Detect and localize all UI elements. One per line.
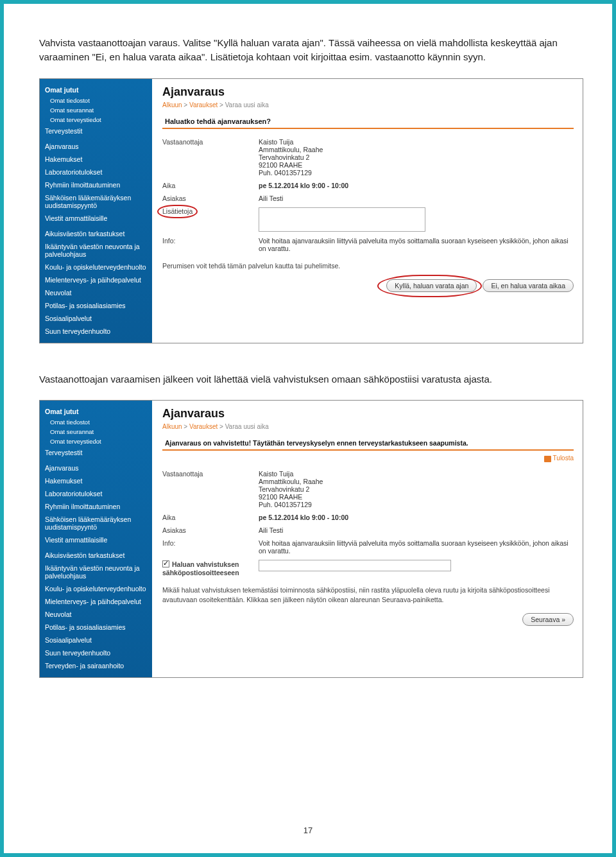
sidebar-item[interactable]: Koulu- ja opiskeluterveydenhuolto: [40, 261, 152, 273]
sidebar-item[interactable]: Potilas- ja sosiaaliasiamies: [40, 299, 152, 312]
screenshot-1: Omat jutut Omat tiedostot Omat seurannat…: [39, 78, 583, 343]
breadcrumb: Alkuun > Varaukset > Varaa uusi aika: [162, 101, 574, 108]
label-vastaanottaja: Vastaanottaja: [162, 467, 259, 511]
label-info: Info:: [162, 537, 259, 557]
value-aika: pe 5.12.2014 klo 9:00 - 10:00: [259, 511, 574, 524]
sidebar-sub[interactable]: Omat tiedostot: [40, 96, 152, 105]
sidebar-item[interactable]: Ikääntyvän väestön neuvonta ja palveluoh…: [40, 240, 152, 261]
sidebar-item[interactable]: Hakemukset: [40, 153, 152, 166]
cancel-note: Perumisen voit tehdä tämän palvelun kaut…: [162, 261, 574, 271]
page-title: Ajanvaraus: [162, 407, 574, 420]
label-asiakas: Asiakas: [162, 524, 259, 537]
sidebar-item[interactable]: Potilas- ja sosiaaliasiamies: [40, 621, 152, 634]
sidebar-item[interactable]: Laboratoriotulokset: [40, 487, 152, 500]
sidebar: Omat jutut Omat tiedostot Omat seurannat…: [40, 79, 152, 343]
form-table: Vastaanottaja Kaisto Tuija Ammattikoulu,…: [162, 135, 574, 255]
sidebar-item[interactable]: Sosiaalipalvelut: [40, 312, 152, 325]
sidebar-sub[interactable]: Omat tiedostot: [40, 417, 152, 427]
breadcrumb: Alkuun > Varaukset > Varaa uusi aika: [162, 423, 574, 430]
print-icon[interactable]: [544, 456, 551, 462]
crumb-link[interactable]: Alkuun: [162, 423, 182, 430]
sidebar-item[interactable]: Viestit ammattilaisille: [40, 212, 152, 225]
button-row: Seuraava »: [162, 613, 574, 626]
crumb-link[interactable]: Alkuun: [162, 101, 182, 108]
sidebar-item[interactable]: Sähköisen lääkemääräyksen uudistamispyyn…: [40, 513, 152, 533]
main-panel: Ajanvaraus Alkuun > Varaukset > Varaa uu…: [152, 401, 583, 677]
email-input[interactable]: [259, 560, 451, 571]
sidebar-item[interactable]: Ajanvaraus: [40, 140, 152, 153]
sidebar-item[interactable]: Ikääntyvän väestön neuvonta ja palveluoh…: [40, 562, 152, 582]
print-link[interactable]: Tulosta: [553, 454, 574, 462]
page-number: 17: [4, 826, 612, 835]
sidebar-sub[interactable]: Omat terveystiedot: [40, 115, 152, 125]
sidebar-sub[interactable]: Omat seurannat: [40, 427, 152, 437]
yes-button[interactable]: Kyllä, haluan varata ajan: [386, 279, 477, 292]
sidebar-item[interactable]: Ryhmiin ilmoittautuminen: [40, 500, 152, 513]
label-lisatietoja: Lisätietoja: [162, 205, 259, 234]
sidebar-item[interactable]: Neuvolat: [40, 286, 152, 299]
sidebar-item[interactable]: Terveystestit: [40, 446, 152, 459]
email-note: Mikäli haluat vahvistuksen tekemästäsi t…: [162, 585, 574, 604]
sidebar-item[interactable]: Sosiaalipalvelut: [40, 634, 152, 646]
label-asiakas: Asiakas: [162, 192, 259, 205]
value-asiakas: Aili Testi: [259, 192, 574, 205]
crumb-current: Varaa uusi aika: [225, 101, 269, 108]
confirm-checkbox[interactable]: [162, 560, 169, 567]
sidebar-item[interactable]: Hakemukset: [40, 474, 152, 487]
value-info: Voit hoitaa ajanvarauksiin liittyviä pal…: [259, 537, 574, 557]
sidebar-item[interactable]: Aikuisväestön tarkastukset: [40, 549, 152, 562]
crumb-link[interactable]: Varaukset: [189, 101, 218, 108]
label-vastaanottaja: Vastaanottaja: [162, 135, 259, 179]
value-info: Voit hoitaa ajanvarauksiin liittyviä pal…: [259, 234, 574, 255]
sidebar-heading: Omat jutut: [40, 84, 152, 96]
sidebar-item[interactable]: Mielenterveys- ja päihdepalvelut: [40, 273, 152, 286]
lisatietoja-input[interactable]: [259, 207, 425, 232]
label-info: Info:: [162, 234, 259, 255]
sidebar-item[interactable]: Aikuisväestön tarkastukset: [40, 227, 152, 240]
sidebar-item[interactable]: Ryhmiin ilmoittautuminen: [40, 178, 152, 191]
main-panel: Ajanvaraus Alkuun > Varaukset > Varaa uu…: [152, 79, 583, 343]
screenshot-2: Omat jutut Omat tiedostot Omat seurannat…: [39, 400, 583, 678]
section-heading: Haluatko tehdä ajanvarauksen?: [162, 115, 574, 129]
sidebar-item[interactable]: Laboratoriotulokset: [40, 166, 152, 178]
form-table: Vastaanottaja Kaisto Tuija Ammattikoulu,…: [162, 467, 574, 579]
sidebar-item[interactable]: Neuvolat: [40, 608, 152, 621]
value-vastaanottaja: Kaisto Tuija Ammattikoulu, Raahe Tervaho…: [259, 135, 574, 179]
sidebar-item[interactable]: Mielenterveys- ja päihdepalvelut: [40, 595, 152, 608]
sidebar: Omat jutut Omat tiedostot Omat seurannat…: [40, 401, 152, 677]
crumb-link[interactable]: Varaukset: [189, 423, 218, 430]
label-aika: Aika: [162, 179, 259, 192]
value-vastaanottaja: Kaisto Tuija Ammattikoulu, Raahe Tervaho…: [259, 467, 574, 511]
sidebar-item[interactable]: Suun terveydenhuolto: [40, 325, 152, 338]
button-row: Kyllä, haluan varata ajan Ei, en halua v…: [162, 279, 574, 292]
label-confirm-email: Haluan vahvistuksen sähköpostiosoitteese…: [162, 557, 259, 579]
intro-text: Vahvista vastaanottoajan varaus. Valitse…: [39, 36, 583, 64]
value-asiakas: Aili Testi: [259, 524, 574, 537]
sidebar-item[interactable]: Suun terveydenhuolto: [40, 646, 152, 659]
sidebar-sub[interactable]: Omat seurannat: [40, 105, 152, 115]
sidebar-item[interactable]: Koulu- ja opiskeluterveydenhuolto: [40, 582, 152, 595]
next-button[interactable]: Seuraava »: [522, 613, 574, 626]
sidebar-item[interactable]: Ajanvaraus: [40, 462, 152, 474]
sidebar-item[interactable]: Viestit ammattilaisille: [40, 533, 152, 546]
lisatietoja-circled: Lisätietoja: [162, 207, 193, 215]
sidebar-item[interactable]: Sähköisen lääkemääräyksen uudistamispyyn…: [40, 191, 152, 212]
label-aika: Aika: [162, 511, 259, 524]
no-button[interactable]: Ei, en halua varata aikaa: [483, 279, 574, 292]
sidebar-item[interactable]: Terveyden- ja sairaanhoito: [40, 659, 152, 672]
section-heading: Ajanvaraus on vahvistettu! Täytäthän ter…: [162, 437, 574, 451]
middle-text: Vastaanottoajan varaamisen jälkeen voit …: [39, 372, 583, 386]
value-aika: pe 5.12.2014 klo 9:00 - 10:00: [259, 179, 574, 192]
sidebar-heading: Omat jutut: [40, 406, 152, 417]
print-row: Tulosta: [162, 454, 574, 462]
sidebar-sub[interactable]: Omat terveystiedot: [40, 437, 152, 446]
sidebar-item[interactable]: Terveystestit: [40, 125, 152, 137]
page-title: Ajanvaraus: [162, 85, 574, 99]
crumb-current: Varaa uusi aika: [225, 423, 269, 430]
